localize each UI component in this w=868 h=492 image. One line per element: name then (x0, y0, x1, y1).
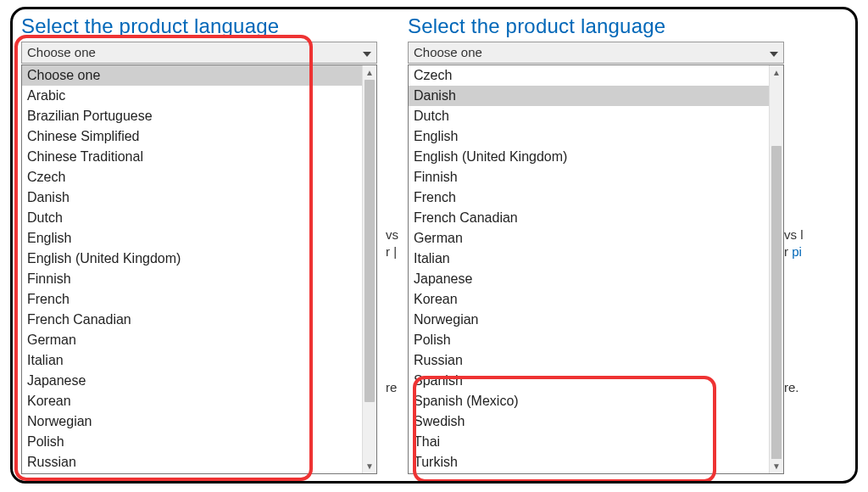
language-option[interactable]: Polish (409, 330, 769, 350)
language-option[interactable]: Dutch (409, 106, 769, 126)
language-option[interactable]: Norwegian (22, 411, 362, 432)
language-option[interactable]: French (22, 289, 362, 310)
language-option[interactable]: Chinese Simplified (22, 126, 362, 147)
language-option[interactable]: Spanish (409, 371, 769, 391)
language-listbox-right[interactable]: CzechDanishDutchEnglishEnglish (United K… (408, 64, 784, 474)
language-option[interactable]: Italian (409, 249, 769, 269)
language-option[interactable]: English (409, 126, 769, 147)
left-column: Select the product language Choose one C… (18, 9, 398, 474)
language-option[interactable]: Italian (22, 350, 362, 371)
language-option[interactable]: Thai (409, 432, 769, 452)
right-title: Select the product language (404, 9, 794, 42)
language-option[interactable]: Arabic (22, 86, 362, 106)
language-option[interactable]: Korean (409, 289, 769, 310)
right-column: Select the product language Choose one C… (404, 9, 794, 474)
language-option[interactable]: Danish (409, 86, 769, 106)
left-title: Select the product language (18, 9, 398, 42)
language-select-right-value: Choose one (414, 45, 482, 59)
language-option[interactable]: English (22, 228, 362, 249)
language-listbox-left[interactable]: Choose oneArabicBrazilian PortugueseChin… (21, 64, 377, 474)
language-option[interactable]: German (409, 228, 769, 249)
scroll-thumb[interactable] (771, 146, 782, 460)
language-option[interactable]: English (United Kingdom) (409, 147, 769, 167)
language-option[interactable]: Russian (22, 452, 362, 472)
language-option[interactable]: Chinese Traditional (22, 147, 362, 167)
language-option[interactable]: Norwegian (409, 310, 769, 330)
language-select-left[interactable]: Choose one (21, 42, 377, 64)
scroll-down-icon[interactable]: ▼ (363, 459, 376, 473)
language-option[interactable]: Swedish (409, 411, 769, 432)
language-option[interactable]: English (United Kingdom) (22, 249, 362, 269)
language-option[interactable]: Japanese (22, 371, 362, 391)
scroll-up-icon[interactable]: ▲ (770, 65, 783, 80)
scroll-down-icon[interactable]: ▼ (770, 459, 783, 473)
language-option[interactable]: Czech (22, 167, 362, 187)
language-option[interactable]: Czech (409, 65, 769, 86)
language-option[interactable]: Japanese (409, 269, 769, 289)
chevron-down-icon (770, 42, 778, 63)
language-option[interactable]: Finnish (22, 269, 362, 289)
language-option[interactable]: Brazilian Portuguese (22, 106, 362, 126)
language-option[interactable]: Danish (22, 187, 362, 208)
scrollbar[interactable]: ▲ ▼ (362, 65, 376, 473)
language-select-left-value: Choose one (27, 45, 96, 59)
language-option[interactable]: Korean (22, 391, 362, 411)
scrollbar[interactable]: ▲ ▼ (769, 65, 783, 473)
image-frame: vs r | re vs l r pi re. Select the produ… (10, 7, 858, 484)
language-option[interactable]: French (409, 187, 769, 208)
language-option[interactable]: Spanish (Mexico) (409, 391, 769, 411)
language-option[interactable]: Finnish (409, 167, 769, 187)
scroll-up-icon[interactable]: ▲ (363, 65, 376, 80)
scroll-thumb[interactable] (364, 80, 375, 402)
language-option[interactable]: French Canadian (22, 310, 362, 330)
language-option[interactable]: German (22, 330, 362, 350)
language-option[interactable]: Russian (409, 350, 769, 371)
language-select-right[interactable]: Choose one (408, 42, 784, 64)
language-option[interactable]: Turkish (409, 452, 769, 472)
language-option[interactable]: Polish (22, 432, 362, 452)
language-option[interactable]: Choose one (22, 65, 362, 86)
language-option[interactable]: French Canadian (409, 208, 769, 228)
language-option[interactable]: Dutch (22, 208, 362, 228)
chevron-down-icon (363, 42, 371, 63)
